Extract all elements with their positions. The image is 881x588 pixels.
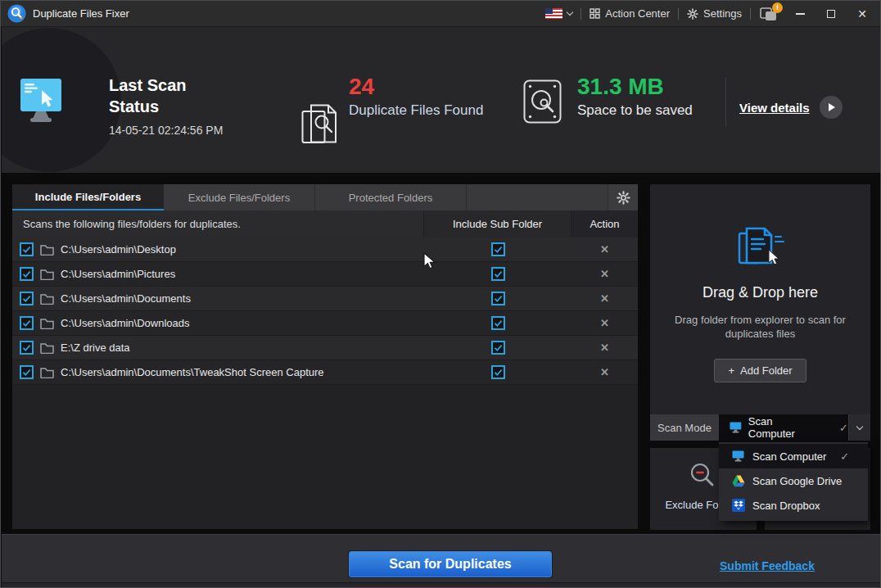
tab-bar-filler bbox=[467, 184, 608, 210]
last-scan-banner: Last Scan Status 14-05-21 02:24:56 PM 24… bbox=[2, 27, 881, 173]
check-icon bbox=[493, 342, 504, 353]
last-scan-title: Last Scan Status bbox=[109, 75, 199, 117]
folder-checkbox[interactable] bbox=[20, 341, 34, 355]
monitor-icon bbox=[20, 78, 62, 125]
scan-mode-bar: Scan Mode Scan Computer ✓ bbox=[650, 414, 870, 441]
app-window: Duplicate Files Fixer Action Center bbox=[0, 0, 881, 588]
tab-exclude-files-folders[interactable]: Exclude Files/Folders bbox=[164, 184, 315, 210]
check-icon bbox=[21, 367, 32, 378]
maximize-button[interactable] bbox=[820, 5, 843, 23]
scan-mode-dropdown[interactable]: Scan Computer ✓ bbox=[719, 414, 848, 441]
check-icon bbox=[21, 318, 32, 328]
folder-checkbox[interactable] bbox=[20, 242, 34, 256]
duplicates-label: Duplicate Files Found bbox=[349, 102, 483, 119]
scan-mode-option[interactable]: Scan Computer ✓ bbox=[719, 444, 868, 468]
action-center-button[interactable]: Action Center bbox=[590, 7, 670, 20]
titlebar: Duplicate Files Fixer Action Center bbox=[1, 1, 880, 27]
folders-table: C:\Users\admin\Desktop ✕ C:\Users\admin\… bbox=[12, 237, 638, 385]
settings-label: Settings bbox=[703, 7, 742, 20]
offers-button[interactable]: ! bbox=[759, 5, 780, 23]
language-selector[interactable] bbox=[545, 8, 572, 19]
tab-label: Include Files/Folders bbox=[35, 191, 141, 203]
scan-mode-expand-button[interactable] bbox=[848, 414, 870, 441]
window-title: Duplicate Files Fixer bbox=[33, 7, 129, 20]
add-folder-label: Add Folder bbox=[740, 364, 793, 377]
remove-folder-button[interactable]: ✕ bbox=[600, 292, 609, 305]
plus-icon: + bbox=[728, 364, 734, 377]
view-details-link[interactable]: View details bbox=[739, 101, 810, 115]
footer-strip bbox=[2, 582, 881, 588]
dropzone-title: Drag & Drop here bbox=[650, 284, 870, 301]
scan-mode-value: Scan Computer bbox=[748, 415, 821, 440]
dropzone-hint: Drag folder from explorer to scan for du… bbox=[668, 313, 852, 341]
check-icon bbox=[493, 269, 504, 279]
scan-mode-menu: Scan Computer ✓ Scan Google Drive Scan D… bbox=[719, 442, 868, 521]
submit-feedback-link[interactable]: Submit Feedback bbox=[720, 559, 815, 572]
minimize-icon bbox=[796, 13, 805, 15]
close-button[interactable]: ✕ bbox=[851, 5, 874, 23]
folder-checkbox[interactable] bbox=[20, 316, 34, 330]
computer-icon bbox=[730, 422, 742, 433]
folder-checkbox[interactable] bbox=[20, 267, 34, 281]
close-icon: ✕ bbox=[857, 8, 867, 20]
remove-folder-button[interactable]: ✕ bbox=[600, 341, 609, 354]
table-row: C:\Users\admin\Pictures ✕ bbox=[12, 262, 638, 287]
add-folder-button[interactable]: + Add Folder bbox=[714, 359, 806, 382]
us-flag-icon bbox=[545, 8, 562, 19]
tab-include-files-folders[interactable]: Include Files/Folders bbox=[12, 184, 164, 210]
include-subfolder-checkbox[interactable] bbox=[491, 242, 505, 256]
exclude-folder-icon bbox=[689, 461, 718, 491]
check-icon: ✓ bbox=[840, 450, 849, 463]
folders-panel: Include Files/FoldersExclude Files/Folde… bbox=[12, 184, 638, 529]
tab-protected-folders[interactable]: Protected Folders bbox=[315, 184, 467, 210]
scan-mode-option-label: Scan Google Drive bbox=[752, 475, 842, 487]
divider bbox=[581, 8, 581, 20]
play-arrow-icon bbox=[829, 103, 835, 111]
scan-mode-option[interactable]: Scan Dropbox bbox=[719, 493, 868, 518]
action-center-icon bbox=[590, 8, 600, 19]
include-subfolder-checkbox[interactable] bbox=[491, 316, 505, 330]
table-header: Scans the following files/folders for du… bbox=[12, 210, 638, 237]
space-label: Space to be saved bbox=[577, 102, 693, 119]
folder-checkbox[interactable] bbox=[20, 365, 34, 379]
folder-path: C:\Users\admin\Downloads bbox=[61, 317, 190, 329]
tab-label: Protected Folders bbox=[349, 192, 433, 204]
notification-badge: ! bbox=[772, 2, 783, 13]
settings-button[interactable]: Settings bbox=[687, 7, 742, 20]
divider bbox=[750, 8, 751, 20]
minimize-button[interactable] bbox=[788, 5, 811, 23]
scan-mode-option[interactable]: Scan Google Drive bbox=[719, 468, 868, 493]
remove-folder-button[interactable]: ✕ bbox=[600, 366, 609, 378]
folder-icon bbox=[40, 342, 54, 354]
table-caption: Scans the following files/folders for du… bbox=[12, 210, 424, 237]
scan-mode-option-label: Scan Dropbox bbox=[752, 500, 820, 512]
include-subfolder-checkbox[interactable] bbox=[491, 341, 505, 355]
folder-checkbox[interactable] bbox=[20, 292, 34, 305]
settings-gear-icon bbox=[687, 8, 698, 20]
table-row: C:\Users\admin\Desktop ✕ bbox=[12, 237, 638, 262]
scan-mode-label: Scan Mode bbox=[650, 414, 719, 441]
include-subfolder-checkbox[interactable] bbox=[491, 365, 505, 379]
folder-icon bbox=[40, 269, 54, 280]
folder-path: E:\Z drive data bbox=[61, 341, 130, 354]
include-subfolder-checkbox[interactable] bbox=[491, 292, 505, 305]
remove-folder-button[interactable]: ✕ bbox=[600, 268, 609, 280]
remove-folder-button[interactable]: ✕ bbox=[600, 317, 609, 329]
footer-bar: Scan for Duplicates Submit Feedback bbox=[2, 534, 881, 582]
check-icon bbox=[21, 269, 32, 279]
remove-folder-button[interactable]: ✕ bbox=[600, 243, 609, 256]
folder-path: C:\Users\admin\Documents\TweakShot Scree… bbox=[61, 366, 324, 378]
drag-drop-zone[interactable]: Drag & Drop here Drag folder from explor… bbox=[650, 184, 870, 414]
divider bbox=[678, 8, 679, 20]
scan-settings-button[interactable] bbox=[608, 184, 638, 210]
gear-icon bbox=[617, 191, 630, 205]
scan-for-duplicates-button[interactable]: Scan for Duplicates bbox=[349, 551, 552, 577]
app-logo-icon bbox=[7, 4, 26, 23]
check-icon bbox=[493, 318, 504, 328]
check-icon bbox=[493, 293, 504, 304]
check-icon bbox=[493, 367, 504, 378]
include-subfolder-checkbox[interactable] bbox=[491, 267, 505, 281]
view-details-button[interactable] bbox=[820, 96, 843, 119]
tab-label: Exclude Files/Folders bbox=[188, 192, 290, 204]
column-include-sub-folder: Include Sub Folder bbox=[424, 210, 572, 237]
